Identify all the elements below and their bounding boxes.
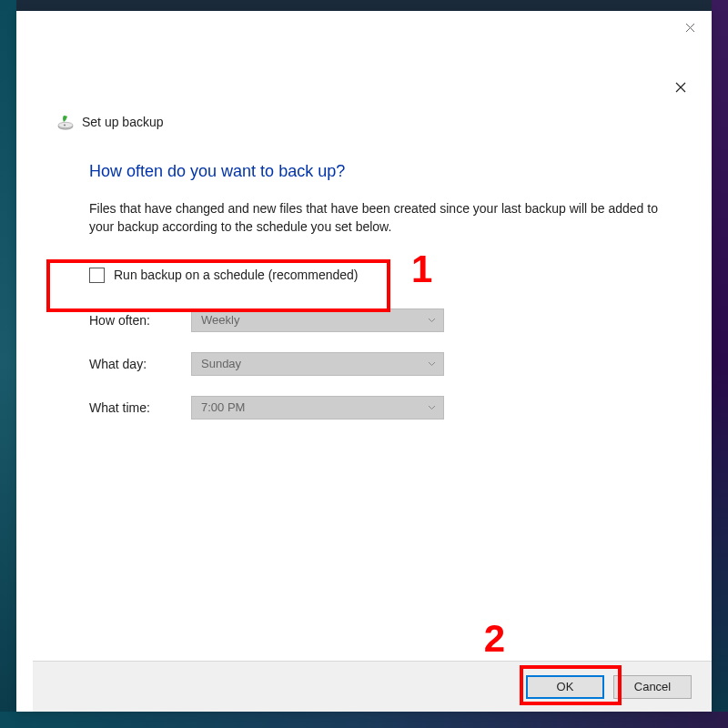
chevron-down-icon bbox=[428, 315, 436, 325]
close-icon bbox=[675, 82, 686, 93]
dialog-footer: OK Cancel bbox=[33, 661, 712, 712]
cancel-button[interactable]: Cancel bbox=[613, 675, 692, 699]
what-day-label: What day: bbox=[89, 357, 191, 371]
how-often-label: How often: bbox=[89, 313, 191, 328]
chevron-down-icon bbox=[428, 359, 436, 369]
schedule-checkbox-row[interactable]: Run backup on a schedule (recommended) bbox=[89, 262, 675, 288]
parent-close-button[interactable] bbox=[681, 18, 699, 36]
backup-wizard-dialog: Set up backup How often do you want to b… bbox=[33, 62, 712, 712]
how-often-value: Weekly bbox=[201, 313, 239, 327]
desktop-background-left bbox=[0, 0, 16, 728]
page-heading: How often do you want to back up? bbox=[89, 162, 675, 181]
chevron-down-icon bbox=[428, 402, 436, 412]
dialog-close-button[interactable] bbox=[672, 78, 690, 96]
what-time-row: What time: 7:00 PM bbox=[89, 396, 675, 420]
desktop-background-bottom bbox=[0, 712, 728, 728]
what-day-dropdown[interactable]: Sunday bbox=[191, 352, 444, 376]
page-description: Files that have changed and new files th… bbox=[89, 199, 672, 237]
what-time-dropdown[interactable]: 7:00 PM bbox=[191, 396, 444, 420]
dialog-title: Set up backup bbox=[82, 115, 164, 129]
annotation-label-2: 2 bbox=[484, 617, 505, 661]
what-day-row: What day: Sunday bbox=[89, 352, 675, 376]
svg-point-2 bbox=[64, 124, 66, 126]
close-icon bbox=[685, 23, 695, 33]
annotation-label-1: 1 bbox=[411, 248, 432, 291]
desktop-background-right bbox=[712, 0, 728, 728]
dialog-content: How often do you want to back up? Files … bbox=[89, 162, 675, 440]
what-day-value: Sunday bbox=[201, 357, 241, 370]
schedule-checkbox-label: Run backup on a schedule (recommended) bbox=[114, 268, 359, 282]
dialog-titlebar: Set up backup bbox=[56, 113, 164, 131]
backup-icon bbox=[56, 113, 75, 131]
how-often-row: How often: Weekly bbox=[89, 308, 675, 332]
schedule-checkbox[interactable] bbox=[89, 268, 105, 283]
parent-window: Set up backup How often do you want to b… bbox=[16, 11, 712, 712]
how-often-dropdown[interactable]: Weekly bbox=[191, 308, 444, 332]
what-time-value: 7:00 PM bbox=[201, 400, 245, 414]
what-time-label: What time: bbox=[89, 400, 191, 415]
ok-button[interactable]: OK bbox=[526, 675, 604, 699]
